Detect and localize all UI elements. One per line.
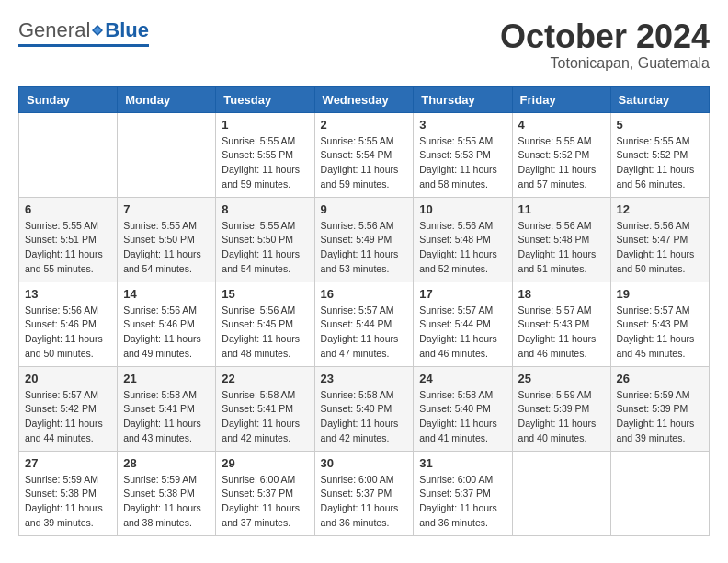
location: Totonicapan, Guatemala — [500, 55, 710, 72]
day-info: Sunrise: 5:58 AM Sunset: 5:41 PM Dayligh… — [123, 388, 210, 446]
calendar-cell: 1Sunrise: 5:55 AM Sunset: 5:55 PM Daylig… — [216, 112, 314, 197]
calendar-week-row: 13Sunrise: 5:56 AM Sunset: 5:46 PM Dayli… — [19, 282, 710, 366]
day-info: Sunrise: 5:59 AM Sunset: 5:39 PM Dayligh… — [518, 388, 605, 446]
day-info: Sunrise: 6:00 AM Sunset: 5:37 PM Dayligh… — [321, 473, 408, 531]
calendar-cell: 15Sunrise: 5:56 AM Sunset: 5:45 PM Dayli… — [216, 282, 314, 366]
weekday-header: Wednesday — [314, 86, 414, 112]
day-number: 25 — [518, 372, 605, 385]
day-number: 15 — [222, 287, 308, 301]
day-number: 26 — [617, 372, 703, 385]
calendar-cell — [19, 112, 118, 197]
day-number: 23 — [321, 372, 408, 385]
calendar-week-row: 20Sunrise: 5:57 AM Sunset: 5:42 PM Dayli… — [19, 366, 710, 451]
day-info: Sunrise: 5:55 AM Sunset: 5:55 PM Dayligh… — [222, 134, 308, 192]
day-info: Sunrise: 5:57 AM Sunset: 5:43 PM Dayligh… — [617, 304, 703, 362]
calendar-cell: 26Sunrise: 5:59 AM Sunset: 5:39 PM Dayli… — [610, 366, 709, 451]
day-number: 1 — [222, 118, 308, 132]
day-info: Sunrise: 5:55 AM Sunset: 5:51 PM Dayligh… — [25, 219, 111, 277]
day-info: Sunrise: 5:55 AM Sunset: 5:52 PM Dayligh… — [518, 134, 605, 192]
day-number: 12 — [617, 202, 703, 216]
calendar-cell: 30Sunrise: 6:00 AM Sunset: 5:37 PM Dayli… — [314, 451, 414, 535]
weekday-header: Sunday — [19, 86, 118, 112]
weekday-header-row: SundayMondayTuesdayWednesdayThursdayFrid… — [19, 86, 710, 112]
day-number: 18 — [518, 287, 605, 301]
day-number: 28 — [123, 456, 210, 470]
calendar-cell: 8Sunrise: 5:55 AM Sunset: 5:50 PM Daylig… — [216, 197, 314, 282]
day-number: 24 — [419, 372, 506, 385]
weekday-header: Friday — [512, 86, 610, 112]
month-title: October 2024 — [500, 18, 710, 55]
day-info: Sunrise: 5:56 AM Sunset: 5:46 PM Dayligh… — [123, 304, 210, 362]
day-number: 3 — [419, 118, 506, 132]
day-number: 19 — [617, 287, 703, 301]
calendar-cell: 29Sunrise: 6:00 AM Sunset: 5:37 PM Dayli… — [216, 451, 314, 535]
day-number: 11 — [518, 202, 605, 216]
day-info: Sunrise: 5:58 AM Sunset: 5:40 PM Dayligh… — [321, 388, 408, 446]
calendar-cell: 24Sunrise: 5:58 AM Sunset: 5:40 PM Dayli… — [414, 366, 512, 451]
day-info: Sunrise: 5:55 AM Sunset: 5:54 PM Dayligh… — [321, 134, 408, 192]
calendar-cell: 14Sunrise: 5:56 AM Sunset: 5:46 PM Dayli… — [118, 282, 216, 366]
day-number: 5 — [617, 118, 703, 132]
calendar-cell: 22Sunrise: 5:58 AM Sunset: 5:41 PM Dayli… — [216, 366, 314, 451]
day-info: Sunrise: 5:55 AM Sunset: 5:50 PM Dayligh… — [222, 219, 308, 277]
calendar-cell: 12Sunrise: 5:56 AM Sunset: 5:47 PM Dayli… — [610, 197, 709, 282]
day-number: 7 — [123, 202, 210, 216]
day-number: 21 — [123, 372, 210, 385]
day-number: 29 — [222, 456, 308, 470]
calendar-cell: 6Sunrise: 5:55 AM Sunset: 5:51 PM Daylig… — [19, 197, 118, 282]
day-info: Sunrise: 5:56 AM Sunset: 5:48 PM Dayligh… — [419, 219, 506, 277]
weekday-header: Saturday — [610, 86, 709, 112]
day-number: 16 — [321, 287, 408, 301]
calendar-cell: 25Sunrise: 5:59 AM Sunset: 5:39 PM Dayli… — [512, 366, 610, 451]
day-number: 6 — [25, 202, 111, 216]
calendar-cell: 4Sunrise: 5:55 AM Sunset: 5:52 PM Daylig… — [512, 112, 610, 197]
calendar-cell: 23Sunrise: 5:58 AM Sunset: 5:40 PM Dayli… — [314, 366, 414, 451]
day-number: 4 — [518, 118, 605, 132]
calendar-cell: 27Sunrise: 5:59 AM Sunset: 5:38 PM Dayli… — [19, 451, 118, 535]
day-info: Sunrise: 6:00 AM Sunset: 5:37 PM Dayligh… — [419, 473, 506, 531]
calendar-cell: 16Sunrise: 5:57 AM Sunset: 5:44 PM Dayli… — [314, 282, 414, 366]
day-info: Sunrise: 5:56 AM Sunset: 5:49 PM Dayligh… — [321, 219, 408, 277]
calendar-week-row: 27Sunrise: 5:59 AM Sunset: 5:38 PM Dayli… — [19, 451, 710, 535]
calendar-cell: 18Sunrise: 5:57 AM Sunset: 5:43 PM Dayli… — [512, 282, 610, 366]
title-area: October 2024 Totonicapan, Guatemala — [500, 18, 710, 72]
page-header: General Blue October 2024 Totonicapan, G… — [18, 18, 710, 72]
calendar-cell — [512, 451, 610, 535]
calendar-cell: 17Sunrise: 5:57 AM Sunset: 5:44 PM Dayli… — [414, 282, 512, 366]
day-info: Sunrise: 5:56 AM Sunset: 5:47 PM Dayligh… — [617, 219, 703, 277]
day-info: Sunrise: 5:57 AM Sunset: 5:43 PM Dayligh… — [518, 304, 605, 362]
day-info: Sunrise: 5:57 AM Sunset: 5:44 PM Dayligh… — [419, 304, 506, 362]
calendar-cell: 21Sunrise: 5:58 AM Sunset: 5:41 PM Dayli… — [118, 366, 216, 451]
logo-underline — [18, 44, 149, 47]
logo-icon — [91, 24, 104, 37]
calendar-cell — [118, 112, 216, 197]
logo: General Blue — [18, 18, 149, 47]
day-number: 20 — [25, 372, 111, 385]
day-info: Sunrise: 5:59 AM Sunset: 5:39 PM Dayligh… — [617, 388, 703, 446]
day-info: Sunrise: 5:57 AM Sunset: 5:42 PM Dayligh… — [25, 388, 111, 446]
day-number: 17 — [419, 287, 506, 301]
calendar-cell: 31Sunrise: 6:00 AM Sunset: 5:37 PM Dayli… — [414, 451, 512, 535]
weekday-header: Monday — [118, 86, 216, 112]
day-info: Sunrise: 5:56 AM Sunset: 5:46 PM Dayligh… — [25, 304, 111, 362]
day-info: Sunrise: 6:00 AM Sunset: 5:37 PM Dayligh… — [222, 473, 308, 531]
day-number: 27 — [25, 456, 111, 470]
calendar-cell: 10Sunrise: 5:56 AM Sunset: 5:48 PM Dayli… — [414, 197, 512, 282]
day-info: Sunrise: 5:55 AM Sunset: 5:52 PM Dayligh… — [617, 134, 703, 192]
day-number: 9 — [321, 202, 408, 216]
calendar-week-row: 6Sunrise: 5:55 AM Sunset: 5:51 PM Daylig… — [19, 197, 710, 282]
day-info: Sunrise: 5:57 AM Sunset: 5:44 PM Dayligh… — [321, 304, 408, 362]
calendar-cell: 28Sunrise: 5:59 AM Sunset: 5:38 PM Dayli… — [118, 451, 216, 535]
calendar-cell: 9Sunrise: 5:56 AM Sunset: 5:49 PM Daylig… — [314, 197, 414, 282]
calendar-table: SundayMondayTuesdayWednesdayThursdayFrid… — [18, 86, 710, 536]
day-info: Sunrise: 5:58 AM Sunset: 5:41 PM Dayligh… — [222, 388, 308, 446]
day-info: Sunrise: 5:55 AM Sunset: 5:50 PM Dayligh… — [123, 219, 210, 277]
day-number: 30 — [321, 456, 408, 470]
day-number: 10 — [419, 202, 506, 216]
day-info: Sunrise: 5:55 AM Sunset: 5:53 PM Dayligh… — [419, 134, 506, 192]
calendar-cell: 2Sunrise: 5:55 AM Sunset: 5:54 PM Daylig… — [314, 112, 414, 197]
day-number: 22 — [222, 372, 308, 385]
calendar-cell: 19Sunrise: 5:57 AM Sunset: 5:43 PM Dayli… — [610, 282, 709, 366]
weekday-header: Thursday — [414, 86, 512, 112]
calendar-cell: 3Sunrise: 5:55 AM Sunset: 5:53 PM Daylig… — [414, 112, 512, 197]
